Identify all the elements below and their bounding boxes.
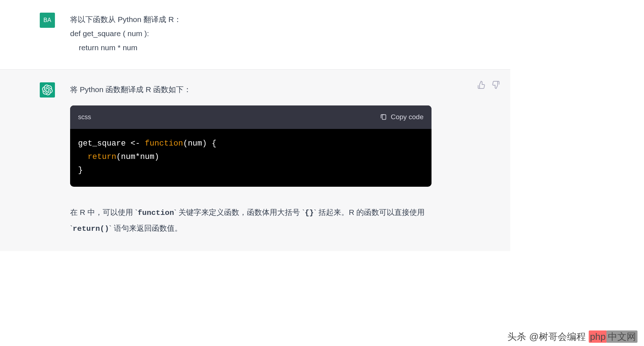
code-token: } bbox=[78, 166, 83, 175]
assistant-message-content: 将 Python 函数翻译成 R 函数如下： scss Copy code ge… bbox=[70, 82, 432, 237]
feedback-buttons bbox=[477, 81, 500, 89]
inline-code: return() bbox=[73, 225, 109, 233]
svg-rect-0 bbox=[382, 115, 386, 120]
user-prompt-line-3: return num * num bbox=[70, 41, 432, 55]
code-token: get_square <- bbox=[78, 139, 145, 148]
user-avatar-initials: BA bbox=[43, 17, 51, 23]
inline-code: {} bbox=[305, 209, 314, 217]
explanation-text: 在 R 中，可以使用 ` bbox=[70, 208, 138, 216]
code-language-label: scss bbox=[78, 111, 91, 123]
clipboard-icon bbox=[380, 113, 387, 121]
assistant-intro-text: 将 Python 函数翻译成 R 函数如下： bbox=[70, 82, 432, 97]
code-token bbox=[78, 152, 87, 161]
user-prompt-line-1: 将以下函数从 Python 翻译成 R： bbox=[70, 13, 432, 27]
assistant-message-row: 将 Python 函数翻译成 R 函数如下： scss Copy code ge… bbox=[0, 69, 510, 251]
inline-code: function bbox=[138, 209, 174, 217]
code-body[interactable]: get_square <- function(num) { return(num… bbox=[70, 129, 432, 187]
code-token: (num*num) bbox=[116, 152, 159, 161]
thumbs-up-icon[interactable] bbox=[477, 81, 486, 89]
user-avatar: BA bbox=[40, 13, 55, 28]
user-prompt-line-2: def get_square ( num ): bbox=[70, 27, 432, 41]
openai-logo-icon bbox=[42, 85, 53, 95]
code-token: function bbox=[145, 139, 183, 148]
thumbs-down-icon[interactable] bbox=[491, 81, 500, 89]
assistant-explanation: 在 R 中，可以使用 `function` 关键字来定义函数，函数体用大括号 `… bbox=[70, 205, 432, 237]
explanation-text: ` 关键字来定义函数，函数体用大括号 ` bbox=[174, 208, 305, 216]
code-token: return bbox=[87, 152, 116, 161]
code-header: scss Copy code bbox=[70, 105, 432, 129]
code-block: scss Copy code get_square <- function(nu… bbox=[70, 105, 432, 186]
copy-code-button[interactable]: Copy code bbox=[380, 111, 424, 124]
assistant-avatar bbox=[40, 82, 55, 98]
user-message-content: 将以下函数从 Python 翻译成 R： def get_square ( nu… bbox=[70, 13, 432, 55]
code-token: (num) { bbox=[183, 139, 216, 148]
copy-code-label: Copy code bbox=[391, 111, 424, 124]
user-message-row: BA 将以下函数从 Python 翻译成 R： def get_square (… bbox=[0, 0, 510, 69]
explanation-text: ` 语句来返回函数值。 bbox=[109, 224, 182, 232]
